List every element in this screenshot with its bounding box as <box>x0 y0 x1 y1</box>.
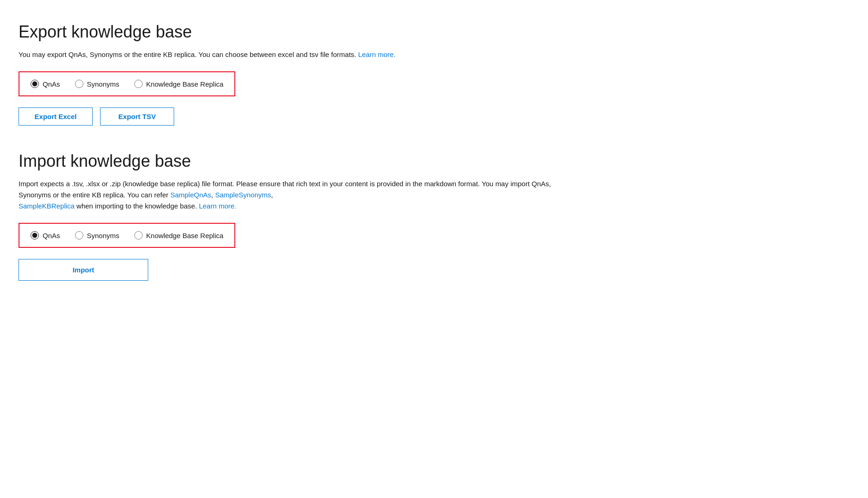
export-excel-button[interactable]: Export Excel <box>19 107 93 126</box>
import-button-group: Import <box>19 259 849 281</box>
export-kbreplica-radio[interactable] <box>134 80 143 88</box>
export-learn-more-link[interactable]: Learn more. <box>358 50 396 58</box>
export-synonyms-radio[interactable] <box>75 80 83 88</box>
sample-kbreplica-link[interactable]: SampleKBReplica <box>19 202 75 210</box>
import-section: Import knowledge base Import expects a .… <box>19 151 849 281</box>
export-synonyms-label[interactable]: Synonyms <box>87 80 120 88</box>
import-kbreplica-radio[interactable] <box>134 231 143 240</box>
import-learn-more-link[interactable]: Learn more. <box>199 202 236 210</box>
export-kbreplica-label[interactable]: Knowledge Base Replica <box>146 80 224 88</box>
import-button[interactable]: Import <box>19 259 148 281</box>
export-tsv-button[interactable]: Export TSV <box>100 107 174 126</box>
import-qnas-radio[interactable] <box>31 231 39 240</box>
import-qnas-label[interactable]: QnAs <box>43 232 60 240</box>
export-radio-group: QnAs Synonyms Knowledge Base Replica <box>19 71 235 96</box>
import-description: Import expects a .tsv, .xlsx or .zip (kn… <box>19 178 574 212</box>
import-option-qnas[interactable]: QnAs <box>31 231 60 240</box>
export-qnas-radio[interactable] <box>31 80 39 88</box>
export-description: You may export QnAs, Synonyms or the ent… <box>19 49 574 60</box>
import-kbreplica-label[interactable]: Knowledge Base Replica <box>146 232 224 240</box>
import-desc-before-links: Import expects a .tsv, .xlsx or .zip (kn… <box>19 180 551 199</box>
export-option-synonyms[interactable]: Synonyms <box>75 80 120 88</box>
import-option-synonyms[interactable]: Synonyms <box>75 231 120 240</box>
import-title: Import knowledge base <box>19 151 849 171</box>
import-desc-between: when importing to the knowledge base. <box>76 202 197 210</box>
export-option-kbreplica[interactable]: Knowledge Base Replica <box>134 80 224 88</box>
export-qnas-label[interactable]: QnAs <box>43 80 60 88</box>
export-option-qnas[interactable]: QnAs <box>31 80 60 88</box>
export-title: Export knowledge base <box>19 22 849 42</box>
sample-synonyms-link[interactable]: SampleSynonyms <box>215 191 271 199</box>
import-radio-group: QnAs Synonyms Knowledge Base Replica <box>19 223 235 248</box>
export-button-group: Export Excel Export TSV <box>19 107 849 126</box>
export-desc-text: You may export QnAs, Synonyms or the ent… <box>19 50 356 58</box>
sample-qnas-link[interactable]: SampleQnAs <box>170 191 211 199</box>
import-synonyms-radio[interactable] <box>75 231 83 240</box>
export-section: Export knowledge base You may export QnA… <box>19 22 849 126</box>
import-synonyms-label[interactable]: Synonyms <box>87 232 120 240</box>
import-option-kbreplica[interactable]: Knowledge Base Replica <box>134 231 224 240</box>
